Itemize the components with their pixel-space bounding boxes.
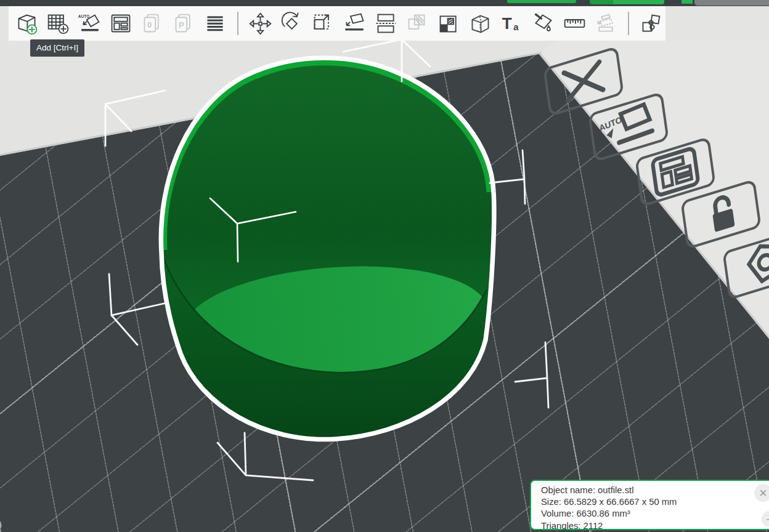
window-top-bar bbox=[0, 0, 769, 6]
paint-button[interactable] bbox=[529, 9, 558, 38]
auto-orient-button[interactable]: AUTO bbox=[75, 9, 104, 38]
object-volume-line: Volume: 6630.86 mm³ bbox=[541, 508, 767, 520]
top-green-button-fragment[interactable] bbox=[682, 0, 693, 4]
place-on-face-button[interactable] bbox=[340, 9, 369, 38]
document-p-button: P bbox=[169, 9, 198, 38]
move-button[interactable] bbox=[246, 9, 275, 38]
measure-button[interactable] bbox=[560, 9, 589, 38]
viewport-3d[interactable]: late bbox=[0, 41, 769, 532]
assembly-view-icon bbox=[638, 11, 664, 36]
seam-button bbox=[592, 9, 620, 38]
rotate-button[interactable] bbox=[277, 9, 306, 38]
svg-text:a: a bbox=[513, 22, 519, 31]
add-plate-icon bbox=[46, 11, 71, 36]
arrange-icon bbox=[108, 11, 134, 36]
svg-text:P: P bbox=[179, 20, 184, 30]
rotate-icon bbox=[279, 11, 304, 36]
svg-text:AUTO: AUTO bbox=[598, 115, 623, 134]
info-close-button[interactable]: × bbox=[754, 484, 769, 502]
scale-icon bbox=[311, 11, 336, 36]
document-0-button: 0 bbox=[138, 9, 167, 38]
add-button[interactable] bbox=[12, 9, 41, 38]
svg-text:AUTO: AUTO bbox=[78, 14, 89, 18]
paint-icon bbox=[531, 11, 556, 36]
top-gray-button-fragment[interactable] bbox=[694, 0, 769, 6]
svg-text:0: 0 bbox=[147, 20, 152, 30]
main-toolbar: AUTO 0 bbox=[0, 6, 769, 41]
text-tool-icon: T a bbox=[499, 11, 524, 36]
layers-button[interactable] bbox=[201, 9, 230, 38]
cut-icon bbox=[436, 11, 462, 36]
top-green-button-fragment[interactable] bbox=[590, 0, 613, 4]
top-green-button-fragment[interactable] bbox=[507, 0, 576, 3]
toolbar-separator bbox=[237, 12, 238, 35]
scale-button[interactable] bbox=[309, 9, 338, 38]
split-to-parts-button bbox=[403, 9, 432, 38]
text-tool-button[interactable]: T a bbox=[497, 9, 526, 38]
object-name-line: Object name: outfile.stl bbox=[541, 485, 767, 496]
cut-button[interactable] bbox=[434, 9, 463, 38]
document-p-icon: P bbox=[171, 11, 197, 36]
move-icon bbox=[248, 11, 273, 36]
toolbar-panel: AUTO 0 bbox=[9, 6, 665, 41]
measure-icon bbox=[562, 11, 587, 36]
add-cube-icon bbox=[14, 11, 39, 36]
object-size-line: Size: 66.5829 x 66.6667 x 50 mm bbox=[541, 496, 767, 508]
object-triangles-line: Triangles: 2112 bbox=[541, 520, 767, 532]
add-plate-button[interactable] bbox=[44, 9, 73, 38]
split-to-objects-icon bbox=[373, 11, 399, 36]
svg-text:T: T bbox=[502, 14, 512, 32]
mesh-boolean-button[interactable] bbox=[466, 9, 495, 38]
seam-icon bbox=[593, 11, 619, 36]
model-outfile-stl[interactable] bbox=[161, 58, 494, 440]
split-to-parts-icon bbox=[405, 11, 430, 36]
split-to-objects-button[interactable] bbox=[372, 9, 401, 38]
add-button-tooltip: Add [Ctrl+I] bbox=[30, 39, 84, 57]
place-on-face-icon bbox=[342, 11, 367, 36]
toolbar-separator bbox=[628, 12, 629, 35]
slicer-window: AUTO 0 bbox=[0, 0, 769, 532]
layers-icon bbox=[203, 11, 228, 36]
auto-orient-icon: AUTO bbox=[77, 11, 102, 36]
top-green-button-fragment[interactable] bbox=[613, 0, 664, 4]
mesh-boolean-icon bbox=[468, 11, 493, 36]
document-0-icon: 0 bbox=[140, 11, 165, 36]
arrange-button[interactable] bbox=[107, 9, 136, 38]
assembly-view-button[interactable] bbox=[637, 9, 665, 38]
object-info-panel: Object name: outfile.stl Size: 66.5829 x… bbox=[530, 480, 769, 530]
